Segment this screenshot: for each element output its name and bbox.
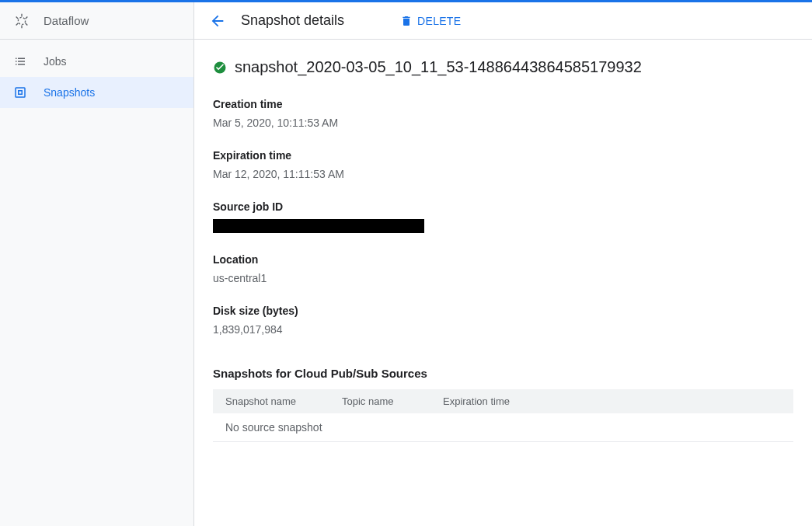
page-title: Snapshot details [241, 12, 344, 29]
svg-rect-7 [16, 88, 25, 97]
table-header-row: Snapshot name Topic name Expiration time [213, 389, 793, 413]
detail-location: Location us-central1 [213, 253, 793, 284]
table-header-cell: Topic name [329, 389, 430, 413]
table-header-cell: Expiration time [430, 389, 793, 413]
svg-line-6 [16, 23, 19, 25]
back-button[interactable] [207, 10, 228, 32]
redacted-value [213, 219, 424, 233]
detail-source-job-id: Source job ID [213, 200, 793, 233]
delete-label: DELETE [417, 15, 461, 27]
sidebar-item-label: Snapshots [44, 86, 95, 99]
snapshot-name: snapshot_2020-03-05_10_11_53-14886443864… [235, 58, 642, 76]
trash-icon [400, 15, 413, 27]
svg-rect-8 [19, 91, 23, 95]
sidebar: Dataflow Jobs Snapshots [0, 2, 194, 526]
detail-label: Expiration time [213, 149, 793, 162]
detail-value: Mar 12, 2020, 11:11:53 AM [213, 168, 793, 180]
sidebar-item-label: Jobs [44, 55, 67, 68]
table-header-cell: Snapshot name [213, 389, 329, 413]
detail-disk-size: Disk size (bytes) 1,839,017,984 [213, 305, 793, 336]
pubsub-table: Snapshot name Topic name Expiration time… [213, 389, 793, 442]
table-empty-message: No source snapshot [213, 413, 793, 442]
snapshot-title-row: snapshot_2020-03-05_10_11_53-14886443864… [213, 58, 793, 76]
svg-line-4 [26, 23, 28, 25]
dataflow-product-icon [12, 12, 31, 30]
list-icon [12, 54, 28, 69]
delete-button[interactable]: DELETE [394, 10, 467, 32]
detail-creation-time: Creation time Mar 5, 2020, 10:11:53 AM [213, 98, 793, 129]
svg-point-0 [18, 17, 25, 24]
svg-line-5 [26, 16, 28, 19]
pubsub-section-title: Snapshots for Cloud Pub/Sub Sources [213, 367, 793, 380]
detail-label: Disk size (bytes) [213, 305, 793, 317]
sidebar-nav: Jobs Snapshots [0, 40, 193, 108]
sidebar-item-jobs[interactable]: Jobs [0, 46, 193, 77]
sidebar-item-snapshots[interactable]: Snapshots [0, 77, 193, 108]
svg-line-3 [16, 16, 19, 19]
sidebar-title: Dataflow [44, 14, 89, 27]
detail-expiration-time: Expiration time Mar 12, 2020, 11:11:53 A… [213, 149, 793, 180]
detail-label: Creation time [213, 98, 793, 110]
snapshot-icon [12, 85, 28, 100]
status-success-icon [213, 61, 227, 75]
content-area: snapshot_2020-03-05_10_11_53-14886443864… [194, 40, 812, 461]
detail-label: Source job ID [213, 200, 793, 213]
arrow-back-icon [209, 12, 226, 30]
sidebar-header: Dataflow [0, 2, 193, 40]
detail-value: 1,839,017,984 [213, 323, 793, 336]
detail-value: us-central1 [213, 272, 793, 284]
table-empty-row: No source snapshot [213, 413, 793, 442]
main-header: Snapshot details DELETE [194, 2, 812, 40]
detail-value: Mar 5, 2020, 10:11:53 AM [213, 117, 793, 129]
detail-label: Location [213, 253, 793, 266]
main-content: Snapshot details DELETE snapshot_2020-03… [194, 2, 812, 526]
